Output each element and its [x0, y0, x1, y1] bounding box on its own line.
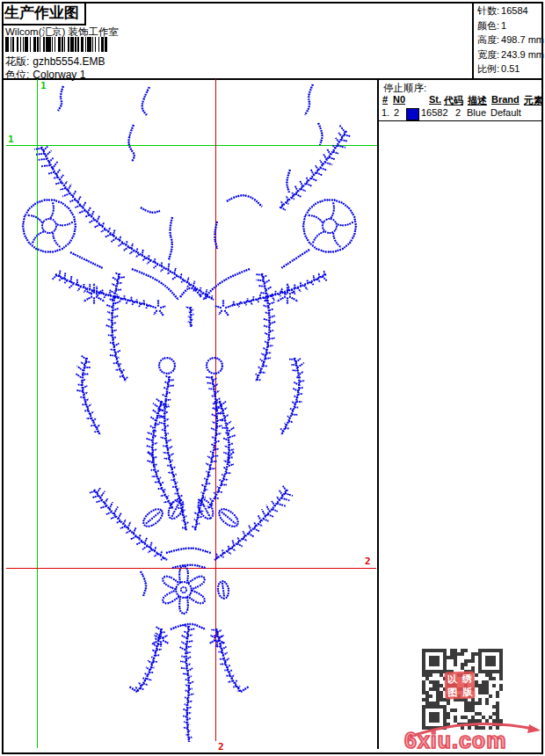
stat-stitches: 针数:16584 — [477, 4, 545, 18]
cell-num: 1. — [382, 107, 389, 118]
table-bottom-line — [379, 120, 543, 121]
production-worksheet: 生产作业图 Wilcom(汇京) 装饰工作室 花版:gzhb5554.EMB 色… — [0, 0, 545, 756]
col-n0: N0 — [393, 94, 405, 105]
cell-code: 2 — [455, 107, 461, 118]
color-swatch — [406, 108, 419, 120]
stamp-char: 以 — [447, 672, 456, 685]
title-box — [4, 4, 86, 25]
col-code: 代码 — [444, 94, 463, 107]
stamp-char: 绣 — [461, 672, 471, 684]
pattern-value: gzhb5554.EMB — [33, 55, 105, 68]
col-brand: Brand — [491, 94, 520, 105]
col-element: 元素 — [524, 94, 543, 107]
guide-label-red-horizontal: 2 — [365, 556, 371, 567]
stat-height: 高度:498.7 mm — [477, 33, 545, 47]
red-stamp: 以 绣 图 版 — [444, 671, 475, 699]
watermark-text: 6xiu.com — [404, 728, 506, 753]
stats-panel: 针数:16584 颜色:1 高度:498.7 mm 宽度:243.9 mm 比例… — [472, 4, 545, 78]
stamp-char: 图 — [447, 686, 457, 698]
pattern-label: 花版: — [5, 55, 29, 68]
embroidery-design — [23, 84, 356, 742]
barcode — [5, 37, 107, 52]
cell-n0: 2 — [394, 107, 399, 118]
guide-label-green-vertical: 1 — [40, 80, 47, 91]
cell-desc: Blue — [467, 107, 486, 118]
col-st: St. — [429, 94, 441, 105]
design-canvas: 1 1 2 2 — [4, 79, 377, 752]
guide-label-red-vertical: 2 — [218, 741, 224, 752]
site-watermark: 6xiu.com — [397, 717, 545, 756]
col-num: # — [382, 94, 388, 105]
cell-brand: Default — [490, 107, 521, 118]
stop-sequence-title: 停止顺序: — [383, 82, 426, 95]
col-desc: 描述 — [468, 94, 487, 107]
guide-label-green-horizontal: 1 — [8, 134, 14, 145]
stamp-char: 版 — [462, 686, 472, 698]
stat-width: 宽度:243.9 mm — [477, 47, 545, 62]
stat-colors: 颜色:1 — [477, 18, 545, 33]
cell-st: 16582 — [421, 107, 448, 118]
stat-scale: 比例:0.51 — [477, 62, 545, 76]
